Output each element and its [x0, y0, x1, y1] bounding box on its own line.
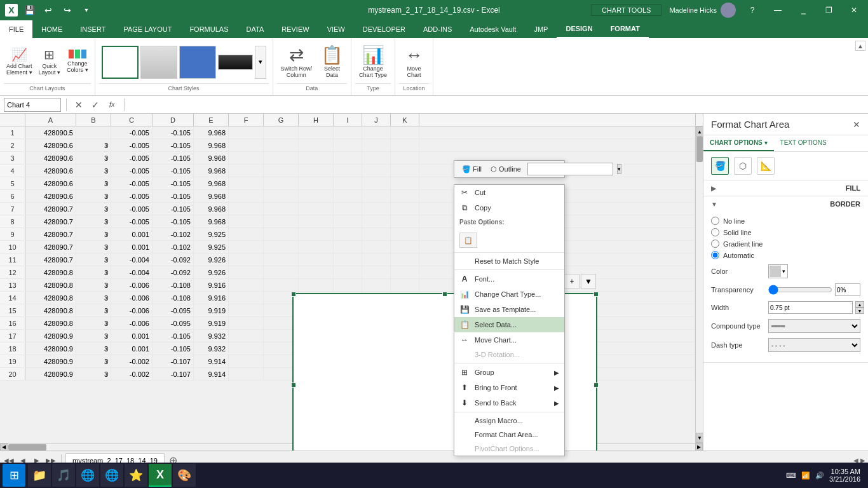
select-data-btn[interactable]: 📋 SelectData [317, 42, 347, 81]
tab-design[interactable]: DESIGN [557, 20, 601, 38]
cell-b12[interactable]: 3▼ [76, 266, 111, 278]
cell-f8[interactable] [229, 215, 264, 227]
format-panel-collapse-btn[interactable]: ✕ [853, 119, 860, 130]
cell-f3[interactable] [229, 152, 264, 164]
cell-i10[interactable] [334, 241, 362, 253]
col-header-g[interactable]: G [264, 114, 299, 126]
cell-b5[interactable]: 3▼ [76, 177, 111, 189]
cell-k7[interactable] [391, 203, 419, 215]
cell-i12[interactable] [334, 266, 362, 278]
cell-a6[interactable]: 428090.6 [25, 190, 76, 202]
ctx-send-back[interactable]: ⬇ Send to Back ▶ [454, 395, 564, 410]
scroll-up-btn[interactable]: ▲ [696, 126, 703, 137]
cell-c7[interactable]: -0.005 [111, 203, 153, 215]
border-automatic-radio[interactable] [711, 251, 719, 259]
tab-view[interactable]: VIEW [318, 20, 354, 38]
tab-autodesk[interactable]: Autodesk Vault [461, 20, 525, 38]
cell-i5[interactable] [334, 177, 362, 189]
col-header-f[interactable]: F [229, 114, 264, 126]
cell-h2[interactable] [299, 139, 334, 151]
cell-k12[interactable] [391, 266, 419, 278]
change-chart-type-btn[interactable]: 📊 ChangeChart Type [355, 42, 391, 81]
cell-d7[interactable]: -0.105 [153, 203, 194, 215]
compound-dropdown[interactable]: ═══ [768, 319, 860, 333]
cell-a16[interactable]: 428090.8 [25, 317, 76, 329]
cell-f20[interactable] [229, 368, 264, 380]
ctx-font[interactable]: A Font... [454, 271, 564, 287]
cell-d6[interactable]: -0.105 [153, 190, 194, 202]
col-header-c[interactable]: C [111, 114, 153, 126]
tab-review[interactable]: REVIEW [273, 20, 318, 38]
close-btn[interactable]: ✕ [845, 3, 863, 18]
ctx-select-data[interactable]: 📋 Select Data... [454, 317, 564, 332]
cell-f13[interactable] [229, 279, 264, 291]
cell-j11[interactable] [362, 254, 391, 266]
col-header-d[interactable]: D [153, 114, 194, 126]
cell-h8[interactable] [299, 215, 334, 227]
col-header-a[interactable]: A [25, 114, 76, 126]
cell-e13[interactable]: 9.916 [194, 279, 229, 291]
cell-g2[interactable] [264, 139, 299, 151]
ctx-copy[interactable]: ⧉ Copy [454, 200, 564, 215]
cell-f12[interactable] [229, 266, 264, 278]
restore-btn[interactable]: ❐ [820, 3, 837, 18]
cell-c5[interactable]: -0.005 [111, 177, 153, 189]
cell-e8[interactable]: 9.968 [194, 215, 229, 227]
cell-b18[interactable]: 3▼ [76, 342, 111, 355]
cell-j6[interactable] [362, 190, 391, 202]
color-picker-btn[interactable]: ▾ [768, 264, 788, 278]
cell-k8[interactable] [391, 215, 419, 227]
cell-b13[interactable]: 3▼ [76, 279, 111, 291]
ctx-group[interactable]: ⊞ Group ▶ [454, 365, 564, 380]
file-explorer-btn[interactable]: 📁 [28, 464, 51, 487]
cell-c16[interactable]: -0.006 [111, 317, 153, 329]
cell-e19[interactable]: 9.914 [194, 355, 229, 367]
width-up-btn[interactable]: ▲ [855, 301, 864, 308]
cell-e17[interactable]: 9.932 [194, 330, 229, 342]
gallery-down-btn[interactable]: ▾ [255, 46, 266, 79]
cell-j12[interactable] [362, 266, 391, 278]
cell-g7[interactable] [264, 203, 299, 215]
cell-a12[interactable]: 428090.8 [25, 266, 76, 278]
mini-toolbar-input[interactable] [527, 163, 613, 175]
change-colors-btn[interactable]: ChangeColors ▾ [64, 48, 91, 75]
cell-i9[interactable] [334, 228, 362, 240]
cell-g13[interactable] [264, 279, 299, 291]
cell-b8[interactable]: 3▼ [76, 215, 111, 227]
cell-f6[interactable] [229, 190, 264, 202]
chart-handle-mr[interactable] [593, 383, 599, 388]
cell-g5[interactable] [264, 177, 299, 189]
cell-i13[interactable] [334, 279, 362, 291]
cell-d18[interactable]: -0.105 [153, 342, 194, 355]
cell-k9[interactable] [391, 228, 419, 240]
chrome-btn-1[interactable]: 🌐 [76, 464, 99, 487]
cell-d4[interactable]: -0.105 [153, 165, 194, 177]
start-btn[interactable]: ⊞ [3, 464, 25, 487]
cell-d12[interactable]: -0.092 [153, 266, 194, 278]
cell-c4[interactable]: -0.005 [111, 165, 153, 177]
border-gradient-line-radio[interactable] [711, 240, 719, 248]
cell-i6[interactable] [334, 190, 362, 202]
cell-b7[interactable]: 3▼ [76, 203, 111, 215]
chart-handle-tl[interactable] [291, 292, 296, 297]
chart-style-3[interactable] [179, 46, 216, 79]
cell-i11[interactable] [334, 254, 362, 266]
cell-i2[interactable] [334, 139, 362, 151]
tab-file[interactable]: FILE [0, 20, 32, 38]
cell-f1[interactable] [229, 126, 264, 139]
cell-c3[interactable]: -0.005 [111, 152, 153, 164]
cell-h3[interactable] [299, 152, 334, 164]
cell-c8[interactable]: -0.005 [111, 215, 153, 227]
help-btn[interactable]: ? [743, 3, 761, 18]
cell-c18[interactable]: 0.001 [111, 342, 153, 355]
cell-f4[interactable] [229, 165, 264, 177]
cell-k6[interactable] [391, 190, 419, 202]
vertical-scrollbar[interactable]: ▲ ▼ [695, 126, 703, 443]
cell-a11[interactable]: 428090.7 [25, 254, 76, 266]
cell-a5[interactable]: 428090.6 [25, 177, 76, 189]
confirm-formula-btn[interactable]: ✓ [88, 98, 102, 112]
transparency-input[interactable] [835, 283, 860, 296]
formula-input[interactable] [130, 98, 864, 112]
ctx-move-chart[interactable]: ↔ Move Chart... [454, 332, 564, 348]
tab-insert[interactable]: INSERT [71, 20, 114, 38]
